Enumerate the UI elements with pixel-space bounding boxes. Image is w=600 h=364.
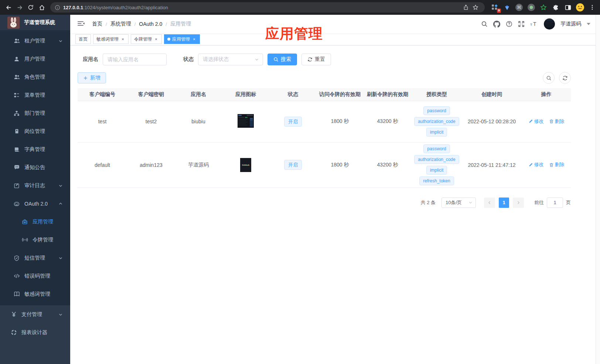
page-jump-input[interactable] [547,198,563,208]
cell-actions: 修改删除 [522,142,571,188]
breadcrumb-item[interactable]: 系统管理 [110,21,131,27]
delete-link[interactable]: 删除 [549,118,565,125]
url-bar[interactable]: 127.0.0.1:1024/system/oauth2/oauth2/appl… [50,2,485,13]
site-info-icon[interactable] [55,5,60,10]
tab-close-icon[interactable]: × [154,37,158,42]
delete-link[interactable]: 删除 [549,161,565,168]
sidebar-item-sensitive-word[interactable]: 敏感词管理 [0,285,70,303]
fullscreen-button[interactable] [518,21,525,27]
share-button[interactable] [461,3,471,12]
side-panel-button[interactable] [563,3,573,12]
table-row: defaultadmin123芋道源码GitHub开启1800 秒43200 秒… [78,142,571,188]
jump-prefix-label: 前往 [534,199,544,206]
sidebar-item-user[interactable]: 用户管理 [0,50,70,68]
tab-label: 应用管理 [172,36,190,42]
profile-avatar-button[interactable] [575,3,585,12]
sidebar-item-oauth2-application[interactable]: 应用管理 [0,213,70,231]
browser-reload-button[interactable] [25,2,36,13]
tab-home[interactable]: 首页 [75,34,91,44]
app-logo[interactable]: 芋道管理系统 [0,15,70,30]
header-search-button[interactable] [481,21,488,27]
column-header: 访问令牌的有效期 [316,88,364,101]
sidebar-item-label: 审计日志 [24,182,45,189]
tab-token[interactable]: 令牌管理× [131,34,162,44]
shield-icon [13,255,20,261]
jump-suffix-label: 页 [566,199,571,206]
sidebar-item-dict[interactable]: 字典管理 [0,140,70,158]
add-button[interactable]: 新增 [78,72,106,83]
sidebar-item-report-designer[interactable]: 报表设计器 [0,323,70,341]
sidebar-item-menu[interactable]: 菜单管理 [0,86,70,104]
app-name-label: 应用名 [83,56,98,63]
reset-button-label: 重置 [315,56,325,63]
cell-created-time: 2022-05-12 00:28:20 [462,101,522,142]
svg-text:T: T [533,21,536,27]
edit-link[interactable]: 修改 [528,161,544,168]
users-icon [13,74,20,80]
sidebar-item-oauth2[interactable]: OAuth 2.0 [0,195,70,213]
tab-application[interactable]: 应用管理× [164,34,200,44]
font-size-button[interactable]: TT [530,21,538,27]
user-avatar[interactable] [544,18,555,30]
command-icon: ⌘ [515,4,523,11]
browser-forward-button[interactable] [14,2,25,13]
extension-gem-button[interactable] [502,3,512,12]
chevron-down-icon [468,200,473,205]
browser-back-button[interactable] [3,2,14,13]
chevron-down-icon [58,256,63,260]
sidebar-item-label: 支付管理 [21,311,42,318]
sidebar-item-role[interactable]: 角色管理 [0,68,70,86]
status-select[interactable]: 请选择状态 [198,54,263,65]
scrollbar-track[interactable] [596,15,600,364]
help-doc-button[interactable] [506,21,512,27]
breadcrumb-item[interactable]: 首页 [92,21,102,27]
tab-close-icon[interactable]: × [120,37,125,42]
reset-button[interactable]: 重置 [301,54,331,65]
sidebar-collapse-button[interactable] [75,18,87,30]
tab-close-icon[interactable]: × [192,37,197,42]
sidebar-item-audit-log[interactable]: 审计日志 [0,176,70,195]
user-caret-down-icon[interactable] [587,23,590,25]
cell-actions: 修改删除 [522,101,571,142]
extensions-puzzle-button[interactable] [551,3,560,12]
github-link-button[interactable] [493,21,500,28]
browser-menu-button[interactable] [587,3,597,12]
sidebar-item-label: 通知公告 [24,164,45,171]
extension-record-button[interactable] [526,3,536,12]
page-size-select[interactable]: 10条/页 [442,198,476,208]
cell-secret: admin123 [127,142,175,188]
sidebar-item-dept[interactable]: 部门管理 [0,104,70,122]
page-number-button[interactable]: 1 [499,198,509,208]
cell-refresh-ttl: 43200 秒 [364,101,412,142]
app-name-input[interactable] [103,54,167,65]
next-page-button[interactable] [513,198,524,208]
edit-link[interactable]: 修改 [528,118,544,125]
browser-home-button[interactable] [36,2,47,13]
extension-star-button[interactable] [539,3,548,12]
home-icon [39,4,45,11]
hide-search-button[interactable] [543,72,555,84]
sidebar-item-tenant[interactable]: 租户管理 [0,32,70,50]
extension-command-button[interactable]: ⌘ [514,3,524,12]
bookmark-star-button[interactable] [471,3,480,12]
notice-icon [13,164,20,171]
prev-page-button[interactable] [484,198,495,208]
tab-sensitive-word[interactable]: 敏感词管理× [93,34,129,44]
status-label: 状态 [183,56,194,63]
pagination: 共 2 条 10条/页 1 前往 页 [78,198,571,208]
sidebar-item-oauth2-token[interactable]: 令牌管理 [0,231,70,249]
dict-icon [13,147,20,152]
sidebar-item-error-code[interactable]: 错误码管理 [0,267,70,285]
sidebar-item-label: 错误码管理 [24,273,50,279]
grant-type-tag: authorization_code [414,117,459,126]
refresh-table-button[interactable] [559,72,571,84]
sidebar-item-sms[interactable]: 短信管理 [0,249,70,267]
sidebar-item-notice[interactable]: 通知公告 [0,158,70,176]
pen-icon [528,119,533,124]
sidebar-item-pay[interactable]: 支付管理 [0,305,70,323]
cell-secret: test2 [127,101,175,142]
sidebar-item-post[interactable]: 岗位管理 [0,122,70,140]
breadcrumb-item[interactable]: OAuth 2.0 [139,21,162,27]
search-button[interactable]: 搜索 [267,54,297,65]
extension-grid-button[interactable]: 9 [490,3,500,12]
